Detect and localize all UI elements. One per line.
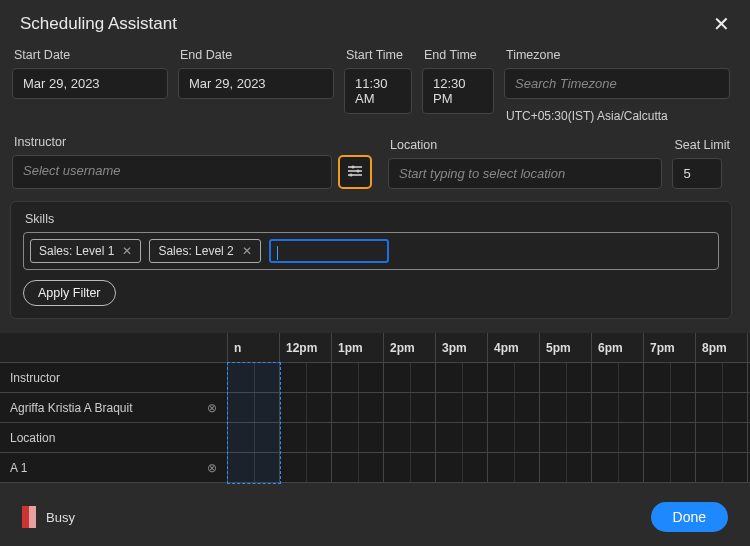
hour-header: 3pm bbox=[436, 333, 488, 363]
end-date-label: End Date bbox=[178, 48, 334, 62]
grid-row-label: A 1⊗ bbox=[0, 453, 228, 483]
grid-row-label: Location bbox=[0, 423, 228, 453]
remove-chip-icon[interactable]: ✕ bbox=[242, 244, 252, 258]
grid-cell[interactable] bbox=[332, 423, 384, 453]
instructor-label: Instructor bbox=[12, 135, 378, 149]
close-icon[interactable]: ✕ bbox=[713, 14, 730, 34]
grid-cell[interactable] bbox=[488, 363, 540, 393]
grid-cell[interactable] bbox=[436, 423, 488, 453]
hour-header: 6pm bbox=[592, 333, 644, 363]
grid-cell[interactable] bbox=[384, 393, 436, 423]
instructor-filter-button[interactable] bbox=[338, 155, 372, 189]
hour-header: 7pm bbox=[644, 333, 696, 363]
svg-point-3 bbox=[356, 169, 359, 172]
location-input[interactable]: Start typing to select location bbox=[388, 158, 662, 189]
grid-cell[interactable] bbox=[228, 363, 280, 393]
busy-legend-label: Busy bbox=[46, 510, 75, 525]
dialog-title: Scheduling Assistant bbox=[20, 14, 177, 34]
grid-cell[interactable] bbox=[540, 363, 592, 393]
instructor-input[interactable]: Select username bbox=[12, 155, 332, 189]
grid-cell[interactable] bbox=[696, 453, 748, 483]
grid-row-label: Agriffa Kristia A Braquit⊗ bbox=[0, 393, 228, 423]
grid-cell[interactable] bbox=[644, 423, 696, 453]
end-time-label: End Time bbox=[422, 48, 494, 62]
timezone-label: Timezone bbox=[504, 48, 730, 62]
grid-cell[interactable] bbox=[592, 453, 644, 483]
remove-row-icon[interactable]: ⊗ bbox=[207, 401, 217, 415]
hour-header: 12pm bbox=[280, 333, 332, 363]
grid-cell[interactable] bbox=[436, 393, 488, 423]
grid-row-label: Instructor bbox=[0, 363, 228, 393]
hour-header: 1pm bbox=[332, 333, 384, 363]
grid-cell[interactable] bbox=[540, 453, 592, 483]
grid-cell[interactable] bbox=[280, 393, 332, 423]
skill-chip-label: Sales: Level 2 bbox=[158, 244, 233, 258]
grid-cell[interactable] bbox=[644, 363, 696, 393]
grid-cell[interactable] bbox=[644, 393, 696, 423]
end-date-input[interactable]: Mar 29, 2023 bbox=[178, 68, 334, 99]
grid-cell[interactable] bbox=[488, 423, 540, 453]
hour-header: 4pm bbox=[488, 333, 540, 363]
grid-cell[interactable] bbox=[228, 393, 280, 423]
sliders-icon bbox=[347, 163, 363, 182]
grid-cell[interactable] bbox=[488, 453, 540, 483]
grid-cell[interactable] bbox=[384, 363, 436, 393]
grid-cell[interactable] bbox=[592, 363, 644, 393]
grid-cell[interactable] bbox=[592, 393, 644, 423]
hour-header: 2pm bbox=[384, 333, 436, 363]
grid-cell[interactable] bbox=[280, 453, 332, 483]
remove-row-icon[interactable]: ⊗ bbox=[207, 461, 217, 475]
svg-point-5 bbox=[349, 173, 352, 176]
skills-chip-input[interactable]: Sales: Level 1 ✕ Sales: Level 2 ✕ bbox=[23, 232, 719, 270]
skill-chip[interactable]: Sales: Level 1 ✕ bbox=[30, 239, 141, 263]
svg-point-1 bbox=[351, 165, 354, 168]
location-label: Location bbox=[388, 138, 662, 152]
hour-header: 8pm bbox=[696, 333, 748, 363]
grid-cell[interactable] bbox=[540, 423, 592, 453]
skill-chip-label: Sales: Level 1 bbox=[39, 244, 114, 258]
grid-cell[interactable] bbox=[696, 363, 748, 393]
grid-cell[interactable] bbox=[332, 453, 384, 483]
grid-cell[interactable] bbox=[384, 453, 436, 483]
grid-cell[interactable] bbox=[228, 423, 280, 453]
scheduling-grid[interactable]: n12pm1pm2pm3pm4pm5pm6pm7pm8pm9pmInstruct… bbox=[0, 333, 750, 490]
busy-swatch-icon bbox=[22, 506, 36, 528]
start-date-input[interactable]: Mar 29, 2023 bbox=[12, 68, 168, 99]
seat-limit-input[interactable]: 5 bbox=[672, 158, 722, 189]
grid-cell[interactable] bbox=[592, 423, 644, 453]
start-time-input[interactable]: 11:30 AM bbox=[344, 68, 412, 114]
seat-limit-label: Seat Limit bbox=[672, 138, 730, 152]
grid-cell[interactable] bbox=[384, 423, 436, 453]
grid-cell[interactable] bbox=[488, 393, 540, 423]
hour-header: 5pm bbox=[540, 333, 592, 363]
skill-text-input[interactable] bbox=[269, 239, 389, 263]
start-time-label: Start Time bbox=[344, 48, 412, 62]
remove-chip-icon[interactable]: ✕ bbox=[122, 244, 132, 258]
skills-label: Skills bbox=[23, 212, 719, 226]
grid-cell[interactable] bbox=[280, 423, 332, 453]
timezone-help: UTC+05:30(IST) Asia/Calcutta bbox=[504, 105, 730, 123]
apply-filter-button[interactable]: Apply Filter bbox=[23, 280, 116, 306]
start-date-label: Start Date bbox=[12, 48, 168, 62]
grid-cell[interactable] bbox=[696, 393, 748, 423]
done-button[interactable]: Done bbox=[651, 502, 728, 532]
end-time-input[interactable]: 12:30 PM bbox=[422, 68, 494, 114]
skill-chip[interactable]: Sales: Level 2 ✕ bbox=[149, 239, 260, 263]
grid-cell[interactable] bbox=[228, 453, 280, 483]
grid-cell[interactable] bbox=[436, 363, 488, 393]
grid-cell[interactable] bbox=[332, 393, 384, 423]
grid-cell[interactable] bbox=[696, 423, 748, 453]
grid-cell[interactable] bbox=[644, 453, 696, 483]
hour-header: n bbox=[228, 333, 280, 363]
grid-cell[interactable] bbox=[436, 453, 488, 483]
grid-cell[interactable] bbox=[280, 363, 332, 393]
grid-cell[interactable] bbox=[540, 393, 592, 423]
grid-cell[interactable] bbox=[332, 363, 384, 393]
timezone-input[interactable]: Search Timezone bbox=[504, 68, 730, 99]
